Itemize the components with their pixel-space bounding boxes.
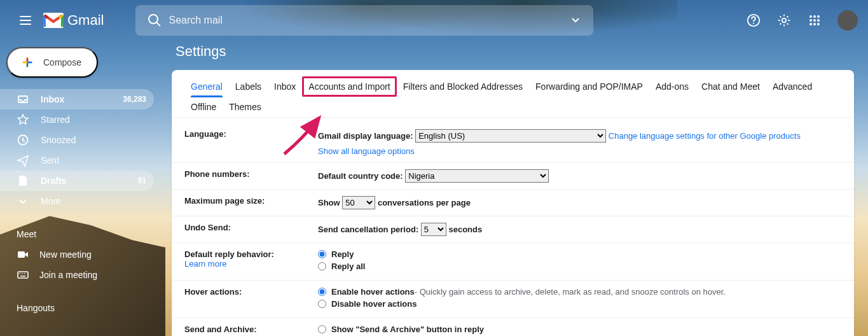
app-header: Gmail — [0, 0, 868, 41]
country-code-select[interactable]: Nigeria — [405, 169, 549, 183]
send-icon — [17, 154, 29, 167]
radio-reply[interactable]: Reply — [318, 249, 841, 259]
settings-button[interactable] — [771, 8, 797, 33]
support-button[interactable] — [741, 8, 766, 33]
svg-line-2 — [156, 22, 160, 26]
display-lang-label: Gmail display language: — [318, 131, 413, 141]
search-input[interactable] — [169, 15, 563, 26]
meet-item-join-a-meeting[interactable]: Join a meeting — [0, 265, 163, 285]
learn-more-link[interactable]: Learn more — [184, 259, 226, 269]
tab-labels[interactable]: Labels — [229, 76, 268, 97]
tab-accounts-and-import[interactable]: Accounts and Import — [302, 76, 396, 97]
sidebar-item-drafts[interactable]: Drafts91 — [0, 171, 154, 191]
svg-point-5 — [782, 18, 786, 22]
row-reply-behavior: Default reply behavior: Learn more Reply… — [172, 243, 854, 281]
svg-point-1 — [149, 15, 158, 24]
inbox-icon — [17, 93, 29, 106]
nav-label: Snoozed — [41, 135, 146, 145]
sidebar-item-sent[interactable]: Sent — [0, 150, 154, 171]
tab-chat-and-meet[interactable]: Chat and Meet — [695, 76, 766, 97]
radio-reply-all[interactable]: Reply all — [318, 262, 841, 271]
nav-label: Drafts — [41, 176, 138, 186]
compose-button[interactable]: Compose — [6, 47, 98, 78]
search-icon — [147, 13, 162, 28]
sidebar-item-starred[interactable]: Starred — [0, 109, 154, 130]
meet-label: Join a meeting — [39, 270, 97, 280]
row-undo: Undo Send: Send cancellation period: 5 s… — [172, 216, 854, 243]
help-icon — [747, 13, 761, 27]
tab-general[interactable]: General — [184, 76, 229, 97]
meet-item-new-meeting[interactable]: New meeting — [0, 244, 163, 265]
svg-point-14 — [817, 23, 820, 25]
svg-point-4 — [753, 22, 754, 24]
radio-hover-enable[interactable]: Enable hover actions - Quickly gain acce… — [318, 287, 841, 297]
tab-themes[interactable]: Themes — [223, 97, 268, 117]
search-options-button[interactable] — [568, 13, 583, 28]
tab-filters-and-blocked-addresses[interactable]: Filters and Blocked Addresses — [397, 76, 529, 97]
row-pagesize: Maximum page size: Show 50 conversations… — [172, 190, 854, 216]
row-label: Default reply behavior: — [184, 249, 274, 259]
row-label: Undo Send: — [184, 223, 318, 236]
country-code-label: Default country code: — [318, 171, 403, 181]
row-phone: Phone numbers: Default country code: Nig… — [172, 163, 854, 190]
row-label: Send and Archive: — [184, 325, 318, 336]
sidebar-item-inbox[interactable]: Inbox36,283 — [0, 89, 154, 109]
apps-button[interactable] — [802, 8, 827, 33]
radio-send-archive[interactable]: Show "Send & Archive" button in reply — [318, 325, 841, 334]
row-label: Hover actions: — [184, 287, 318, 311]
meet-section-header: Meet — [0, 229, 163, 239]
svg-rect-21 — [18, 251, 25, 258]
svg-point-12 — [809, 23, 812, 25]
star-icon — [17, 113, 29, 126]
svg-point-8 — [817, 15, 820, 18]
row-label: Maximum page size: — [184, 196, 318, 209]
gmail-logo[interactable]: Gmail — [43, 12, 104, 29]
plus-icon — [20, 55, 34, 69]
sidebar-item-snoozed[interactable]: Snoozed — [0, 130, 154, 150]
compose-label: Compose — [43, 57, 81, 67]
row-label: Phone numbers: — [184, 169, 318, 183]
gmail-m-icon — [43, 13, 64, 28]
change-lang-link[interactable]: Change language settings for other Googl… — [609, 131, 801, 141]
row-hover: Hover actions: Enable hover actions - Qu… — [172, 281, 854, 318]
tab-advanced[interactable]: Advanced — [766, 76, 818, 97]
radio-hover-disable[interactable]: Disable hover actions — [318, 299, 841, 309]
apps-grid-icon — [809, 15, 820, 26]
tab-offline[interactable]: Offline — [184, 97, 223, 117]
account-avatar[interactable] — [837, 10, 858, 31]
pagesize-select[interactable]: 50 — [342, 196, 375, 209]
gear-icon — [777, 13, 791, 27]
nav-label: Starred — [41, 115, 146, 125]
svg-point-7 — [813, 15, 816, 18]
show-all-lang-link[interactable]: Show all language options — [318, 146, 415, 156]
svg-point-10 — [813, 19, 816, 22]
row-language: Language: Gmail display language: Englis… — [172, 123, 854, 163]
svg-point-11 — [817, 19, 820, 22]
row-label: Language: — [184, 129, 318, 156]
keyb-icon — [17, 269, 29, 281]
search-bar[interactable] — [135, 5, 593, 36]
tab-inbox[interactable]: Inbox — [268, 76, 302, 97]
settings-body: Language: Gmail display language: Englis… — [172, 118, 854, 336]
clock-icon — [17, 134, 29, 146]
main-content: Settings GeneralLabelsInboxAccounts and … — [172, 41, 854, 336]
chev-icon — [17, 195, 29, 207]
meet-label: New meeting — [39, 249, 92, 260]
hamburger-icon — [20, 16, 31, 25]
nav-label: Sent — [41, 155, 146, 165]
main-menu-button[interactable] — [10, 5, 41, 36]
hangouts-section-header: Hangouts — [0, 303, 163, 313]
product-name: Gmail — [67, 12, 104, 29]
svg-point-6 — [809, 15, 812, 18]
svg-point-13 — [813, 23, 816, 25]
undo-seconds-select[interactable]: 5 — [421, 223, 446, 236]
undo-prefix: Send cancellation period: — [318, 225, 418, 234]
cam-icon — [17, 248, 29, 261]
language-select[interactable]: English (US) — [415, 129, 606, 143]
nav-count: 36,283 — [123, 95, 146, 104]
tab-forwarding-and-pop-imap[interactable]: Forwarding and POP/IMAP — [529, 76, 649, 97]
settings-panel: GeneralLabelsInboxAccounts and ImportFil… — [172, 70, 854, 336]
tab-add-ons[interactable]: Add-ons — [649, 76, 695, 97]
page-title: Settings — [176, 43, 854, 60]
sidebar-item-more[interactable]: More — [0, 191, 154, 211]
